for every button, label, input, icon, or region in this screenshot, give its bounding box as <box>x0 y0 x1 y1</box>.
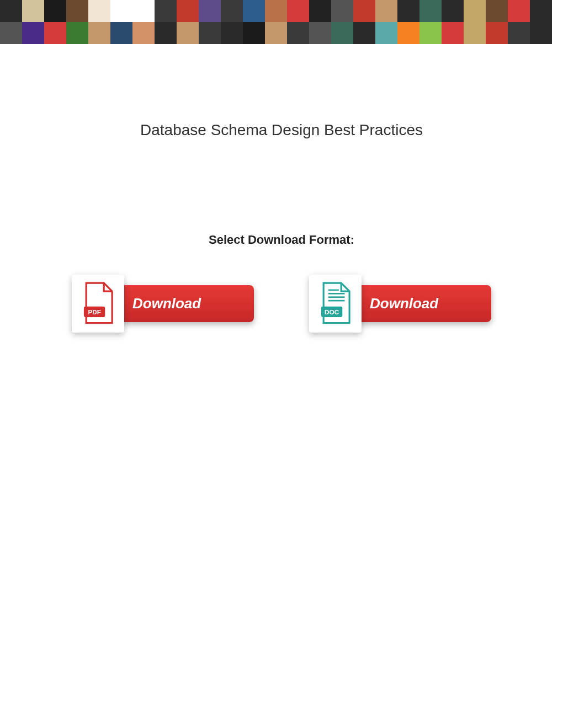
banner-tile <box>265 0 287 22</box>
doc-file-icon-box: DOC <box>309 275 362 333</box>
banner-tile <box>199 22 221 44</box>
banner-tile <box>88 22 110 44</box>
banner-tile <box>66 22 88 44</box>
banner-tile <box>132 0 155 22</box>
banner-tile <box>155 0 177 22</box>
banner-tile <box>22 22 44 44</box>
banner-tile <box>464 22 486 44</box>
banner-tile <box>66 0 88 22</box>
banner-tile <box>397 22 419 44</box>
banner-tile <box>530 22 552 44</box>
banner-tile <box>397 0 419 22</box>
page-title: Database Schema Design Best Practices <box>0 121 563 139</box>
banner-tile <box>331 22 353 44</box>
banner-tile <box>419 22 442 44</box>
banner-tile <box>486 22 508 44</box>
pdf-file-icon-box: PDF <box>72 275 124 333</box>
banner-tile <box>44 22 66 44</box>
banner-tile <box>177 22 199 44</box>
banner-tile <box>243 22 265 44</box>
banner-tile <box>375 22 397 44</box>
download-card-doc[interactable]: DOC Download <box>309 275 491 333</box>
banner-tile <box>508 0 530 22</box>
banner-tile <box>177 0 199 22</box>
doc-file-icon: DOC <box>317 282 353 326</box>
download-doc-button[interactable]: Download <box>353 285 491 322</box>
banner-tile <box>442 0 464 22</box>
download-row: PDF Download DOC Download <box>0 275 563 333</box>
download-card-pdf[interactable]: PDF Download <box>72 275 254 333</box>
banner-tile <box>331 0 353 22</box>
banner-tile <box>22 0 44 22</box>
select-format-label: Select Download Format: <box>0 233 563 247</box>
banner-tile <box>221 0 243 22</box>
banner-tile <box>0 0 22 22</box>
banner-tile <box>375 0 397 22</box>
pdf-file-icon: PDF <box>80 282 116 326</box>
banner-tile <box>132 22 155 44</box>
svg-text:PDF: PDF <box>88 308 100 315</box>
banner-tile <box>353 0 375 22</box>
banner-collage <box>0 0 563 44</box>
banner-tile <box>265 22 287 44</box>
banner-tile <box>309 0 331 22</box>
banner-tile <box>287 22 309 44</box>
banner-tile <box>110 0 132 22</box>
banner-tile <box>353 22 375 44</box>
banner-tile <box>419 0 442 22</box>
banner-tile <box>530 0 552 22</box>
banner-tile <box>221 22 243 44</box>
banner-tile <box>508 22 530 44</box>
banner-tile <box>309 22 331 44</box>
banner-tile <box>486 0 508 22</box>
banner-tile <box>110 22 132 44</box>
banner-tile <box>243 0 265 22</box>
banner-tile <box>199 0 221 22</box>
download-pdf-button[interactable]: Download <box>116 285 254 322</box>
banner-tile <box>464 0 486 22</box>
banner-tile <box>0 22 22 44</box>
svg-text:DOC: DOC <box>325 308 339 315</box>
banner-tile <box>88 0 110 22</box>
banner-tile <box>442 22 464 44</box>
banner-tile <box>155 22 177 44</box>
banner-tile <box>287 0 309 22</box>
banner-tile <box>44 0 66 22</box>
